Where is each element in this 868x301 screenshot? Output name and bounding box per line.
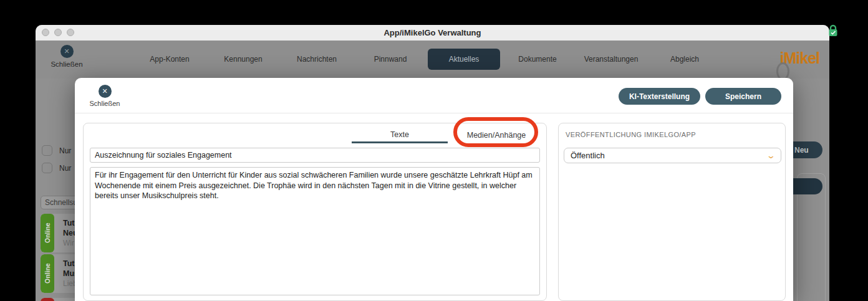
tab-pinnwand[interactable]: Pinnwand — [354, 49, 427, 70]
tab-nachrichten[interactable]: Nachrichten — [281, 49, 353, 70]
tab-medien-anhaenge[interactable]: Medien/Anhänge — [456, 127, 537, 143]
close-icon: ✕ — [60, 45, 74, 58]
speichern-button[interactable]: Speichern — [705, 88, 781, 105]
titlebar: App/iMikelGo Verwaltung — [36, 25, 829, 41]
modal-tabs: Texte Medien/Anhänge — [84, 127, 546, 145]
tab-dokumente[interactable]: Dokumente — [501, 49, 574, 70]
imikel-logo: iMikel — [780, 49, 819, 67]
checkbox-2-label: Nur — [59, 164, 71, 173]
publication-dropdown[interactable]: Öffentlich ⌄ — [564, 148, 781, 163]
tab-veranstaltungen[interactable]: Veranstaltungen — [575, 49, 647, 70]
tab-texte[interactable]: Texte — [352, 127, 448, 143]
toolbar-tabs: App-Konten Kennungen Nachrichten Pinnwan… — [133, 49, 721, 70]
headline-input[interactable] — [90, 148, 540, 163]
status-badge: Online — [41, 214, 54, 252]
modal-close-button[interactable]: ✕ Schließen — [86, 85, 123, 107]
body-textarea[interactable]: Für ihr Engagement für den Unterricht fü… — [90, 167, 540, 295]
neu-button-label: Neu — [794, 146, 809, 155]
chevron-down-icon: ⌄ — [766, 151, 776, 160]
checkbox-2[interactable] — [42, 163, 52, 173]
window-title: App/iMikelGo Verwaltung — [36, 28, 829, 37]
filter-checkbox-row-1: Nur — [42, 145, 71, 156]
toolbar: ✕ Schließen App-Konten Kennungen Nachric… — [36, 41, 829, 79]
toolbar-close-button[interactable]: ✕ Schließen — [47, 45, 87, 68]
publication-dropdown-value: Öffentlich — [571, 151, 768, 160]
screen: App/iMikelGo Verwaltung ✕ Schließen App-… — [0, 0, 868, 301]
tab-app-konten[interactable]: App-Konten — [133, 49, 206, 70]
status-badge: Offline — [41, 298, 54, 301]
ki-texterstellung-button[interactable]: KI-Texterstellung — [619, 88, 700, 105]
modal-header: ✕ Schließen KI-Texterstellung Speichern — [75, 78, 793, 113]
tab-kennungen[interactable]: Kennungen — [207, 49, 279, 70]
lock-icon — [828, 24, 838, 39]
toolbar-close-label: Schließen — [47, 60, 87, 68]
publication-panel: VERÖFFENTLICHUNG IMIKELGO/APP Öffentlich… — [558, 123, 786, 301]
tab-aktuelles[interactable]: Aktuelles — [428, 49, 500, 70]
close-icon: ✕ — [99, 85, 112, 98]
checkbox-1-label: Nur — [59, 146, 71, 155]
texts-panel: Texte Medien/Anhänge Für ihr Engagement … — [83, 123, 547, 301]
tab-abgleich[interactable]: Abgleich — [649, 49, 721, 70]
modal-close-label: Schließen — [86, 100, 123, 107]
publication-label: VERÖFFENTLICHUNG IMIKELGO/APP — [566, 131, 696, 138]
filter-checkbox-row-2: Nur — [42, 163, 71, 173]
app-window: App/iMikelGo Verwaltung ✕ Schließen App-… — [36, 25, 829, 301]
editor-modal: ✕ Schließen KI-Texterstellung Speichern … — [75, 78, 793, 301]
status-badge: Online — [41, 254, 54, 293]
checkbox-1[interactable] — [42, 145, 52, 156]
